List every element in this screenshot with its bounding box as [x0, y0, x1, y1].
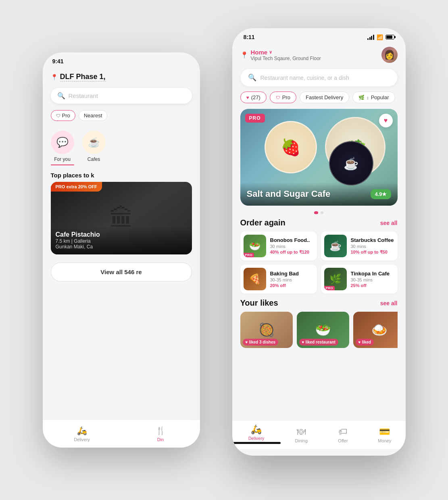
back-nav-delivery[interactable]: 🛵 Delivery: [43, 420, 121, 448]
bonobos-discount: 40% off up to ₹120: [270, 250, 314, 255]
back-phone: 9:41 📍 DLF Phase 1, 🔍 Restaurant 🛡 Pro: [43, 52, 200, 448]
back-search-icon: 🔍: [57, 92, 65, 100]
back-location-bar[interactable]: 📍 DLF Phase 1,: [43, 69, 200, 85]
nav-delivery[interactable]: 🛵 Delivery: [232, 421, 281, 449]
hero-card[interactable]: 🥗 🍓 ☕ PRO ♥ Salt and Sugar Cafe 4.9★: [240, 109, 398, 206]
nav-dining[interactable]: 🍽 Dining: [281, 421, 322, 449]
location-address: Vipul Tech Sqaure, Ground Floor: [251, 56, 321, 61]
front-bottom-nav: 🛵 Delivery 🍽 Dining 🏷 Offer 💳 Money: [232, 420, 406, 449]
back-cat-for-you[interactable]: 💬 For you: [51, 131, 74, 165]
promo-sub: 7.5 km | Galleria: [56, 238, 187, 244]
chip-likes[interactable]: ♥ (27): [240, 92, 267, 103]
nav-money[interactable]: 💳 Money: [364, 421, 405, 449]
back-search-placeholder: Restaurant: [69, 92, 98, 99]
bonobos-time: 30 mins: [270, 244, 314, 249]
back-notch: [97, 52, 146, 64]
your-likes-title: Your likes: [240, 298, 278, 308]
chip-popular[interactable]: 🌿 ↕ Popular: [352, 92, 395, 103]
hero-rating: 4.9★: [371, 189, 391, 199]
signal-bars: [367, 35, 374, 40]
order-item-bonobos[interactable]: 🥗 PRO Bonobos Food.. 30 mins 40% off up …: [240, 231, 317, 260]
hero-pro-badge: PRO: [245, 114, 265, 123]
home-indicator: [232, 442, 281, 444]
back-chip-nearest[interactable]: Nearest: [79, 110, 108, 121]
front-search-bar[interactable]: 🔍 Restaurant name, cuisine, or a dish: [240, 69, 398, 87]
like-card-2[interactable]: 🥗 ♥ liked restaurant: [297, 312, 349, 348]
baking-bad-discount: 20% off: [270, 283, 314, 288]
like-label-3: ♥ liked: [356, 339, 374, 346]
back-promo-title: Top places to k: [51, 172, 192, 179]
bowl-medium: 🍓: [265, 121, 317, 173]
for-you-icon: 💬: [56, 137, 69, 148]
promo-badge: PRO extra 20% OFF: [51, 182, 102, 192]
chip-pro[interactable]: 🛡 Pro: [270, 92, 296, 103]
order-item-tinkopa[interactable]: 🌿 PRO Tinkopa In Cafe 30-35 mins 25% off: [321, 265, 398, 294]
starbucks-time: 30 mins: [351, 244, 394, 249]
avatar[interactable]: 👩: [381, 47, 398, 63]
back-promo-card[interactable]: PRO extra 20% OFF 🏛 Cafe Pistachio 7.5 k…: [51, 182, 192, 254]
likes-row: 🥘 ♥ liked 3 dishes 🥗 ♥ liked restaurant: [240, 312, 398, 350]
promo-extra: Gunkan Maki, Ca: [56, 244, 187, 250]
order-item-starbucks[interactable]: ☕ Starbucks Coffee 30 mins 10% off up to…: [321, 231, 398, 260]
baking-bad-time: 30-35 mins: [270, 277, 314, 282]
dot-2: [321, 211, 323, 214]
heart-icon: ♥: [246, 95, 249, 100]
bowl-dark: ☕: [329, 141, 373, 185]
bonobos-name: Bonobos Food..: [270, 237, 314, 243]
promo-restaurant-name: Cafe Pistachio: [56, 231, 187, 238]
back-location-text: DLF Phase 1,: [60, 73, 106, 81]
front-search-placeholder: Restaurant name, cuisine, or a dish: [260, 75, 349, 81]
back-dining-icon: 🍴: [156, 426, 166, 435]
front-header: 📍 Home ∨ Vipul Tech Sqaure, Ground Floor…: [232, 44, 406, 66]
back-nav-dining[interactable]: 🍴 Din: [121, 420, 200, 448]
location-name: Home ∨: [251, 49, 321, 56]
status-icons: 📶: [367, 34, 394, 40]
order-item-baking-bad[interactable]: 🍕 Baking Bad 30-35 mins 20% off: [240, 265, 317, 294]
shield-pro-icon: 🛡: [276, 95, 280, 100]
order-again-see-all[interactable]: see all: [380, 220, 398, 226]
dining-nav-icon: 🍽: [297, 427, 306, 437]
starbucks-discount: 10% off up to ₹50: [351, 250, 394, 255]
leaf-icon: 🌿: [358, 95, 365, 100]
back-chip-pro[interactable]: 🛡 Pro: [51, 110, 75, 121]
tinkopa-discount: 25% off: [351, 283, 394, 288]
order-again-title: Order again: [240, 218, 285, 227]
back-bottom-nav: 🛵 Delivery 🍴 Din: [43, 419, 200, 448]
hero-restaurant-name: Salt and Sugar Cafe: [247, 189, 331, 199]
delivery-nav-icon: 🛵: [251, 424, 262, 435]
back-categories: 💬 For you ☕ Cafes: [43, 124, 200, 169]
front-time: 8:11: [244, 34, 255, 40]
header-location[interactable]: 📍 Home ∨ Vipul Tech Sqaure, Ground Floor: [240, 49, 321, 61]
starbucks-name: Starbucks Coffee: [351, 237, 394, 243]
front-search-icon: 🔍: [248, 73, 256, 82]
dot-1: [314, 211, 318, 214]
back-cat-for-you-label: For you: [54, 156, 71, 162]
tinkopa-thumb: 🌿 PRO: [324, 268, 347, 290]
tinkopa-time: 30-35 mins: [351, 277, 394, 282]
location-icon: 📍: [51, 74, 58, 80]
like-label-1: ♥ liked 3 dishes: [243, 339, 279, 346]
wifi-icon: 📶: [377, 34, 383, 40]
nav-offer[interactable]: 🏷 Offer: [322, 421, 364, 449]
baking-bad-thumb: 🍕: [244, 268, 266, 290]
back-time: 9:41: [52, 58, 64, 65]
hero-dots: [232, 209, 406, 215]
your-likes-see-all[interactable]: see all: [380, 300, 398, 306]
back-search-bar[interactable]: 🔍 Restaurant: [51, 88, 192, 104]
hero-heart-button[interactable]: ♥: [379, 114, 393, 127]
baking-bad-name: Baking Bad: [270, 271, 314, 277]
starbucks-thumb: ☕: [324, 235, 347, 257]
like-card-1[interactable]: 🥘 ♥ liked 3 dishes: [240, 312, 293, 348]
cafes-icon: ☕: [88, 137, 100, 148]
order-again-grid: 🥗 PRO Bonobos Food.. 30 mins 40% off up …: [240, 231, 398, 294]
money-nav-icon: 💳: [379, 427, 390, 437]
chevron-down-icon: ∨: [269, 50, 272, 55]
view-all-button[interactable]: View all 546 re: [51, 262, 192, 281]
front-phone: 8:11 📶 📍: [232, 28, 406, 456]
back-cat-cafes[interactable]: ☕ Cafes: [82, 131, 106, 165]
chip-fastest[interactable]: Fastest Delivery: [300, 92, 349, 103]
back-cat-cafes-label: Cafes: [88, 156, 100, 162]
active-underline: [51, 165, 74, 165]
hero-bottom-bar: Salt and Sugar Cafe 4.9★: [240, 182, 398, 206]
like-card-3[interactable]: 🍛 ♥ liked: [353, 312, 398, 348]
